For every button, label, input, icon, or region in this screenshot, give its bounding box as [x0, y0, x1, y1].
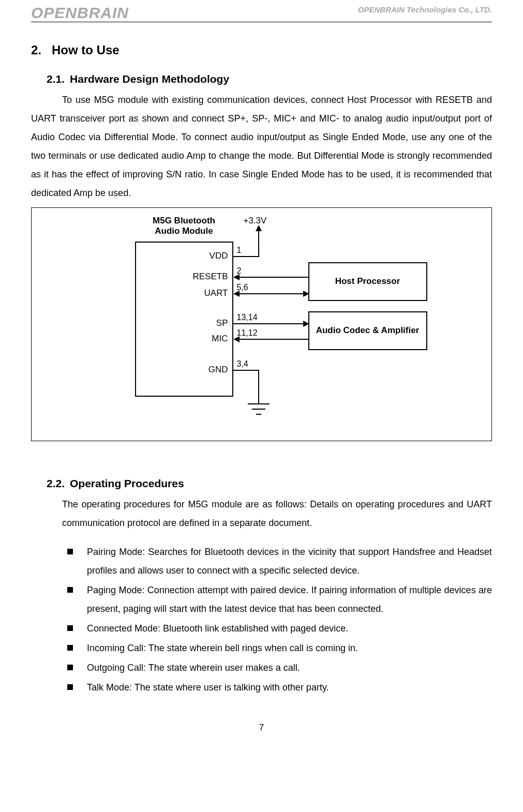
list-item: Outgoing Call: The state wherein user ma… [67, 658, 492, 677]
subsection-title: Hardware Design Methodology [70, 73, 229, 85]
module-title: M5G Bluetooth Audio Module [135, 216, 233, 236]
label-gnd: GND [182, 365, 228, 375]
list-item: Pairing Mode: Searches for Bluetooth dev… [67, 543, 492, 580]
host-processor-box: Host Processor [308, 262, 427, 301]
subsection-number: 2.1. [47, 73, 65, 85]
subsection-2-1-heading: 2.1.Hardware Design Methodology [47, 73, 492, 85]
pin-5-6: 5,6 [237, 283, 248, 292]
section-title: How to Use [52, 43, 119, 57]
pin-11-12: 11,12 [237, 328, 258, 338]
label-vdd: VDD [182, 251, 228, 261]
diagram-frame: M5G Bluetooth Audio Module VDD RESETB UA… [31, 207, 492, 441]
subsection-2-2-heading: 2.2.Operating Procedures [47, 477, 492, 490]
label-resetb: RESETB [182, 272, 228, 282]
page-header: OPENBRAIN OPENBRAIN Technologies Co., LT… [31, 5, 492, 22]
audio-codec-box: Audio Codec & Amplifier [308, 311, 427, 350]
subsection-number: 2.2. [47, 477, 65, 490]
page-number: 7 [31, 723, 492, 733]
section-number: 2. [31, 43, 41, 57]
module-title-line2: Audio Module [155, 226, 213, 236]
label-uart: UART [182, 288, 228, 298]
subsection-title: Operating Procedures [70, 477, 184, 489]
logo: OPENBRAIN [31, 5, 129, 21]
list-item: Paging Mode: Connection attempt with pai… [67, 581, 492, 618]
host-processor-label: Host Processor [335, 276, 400, 287]
subsection-2-2-intro: The operating procedures for M5G module … [62, 495, 492, 532]
label-sp: SP [182, 318, 228, 328]
list-item: Talk Mode: The state where user is talki… [67, 678, 492, 697]
company-name: OPENBRAIN Technologies Co., LTD. [358, 5, 492, 14]
pin-3-4: 3,4 [237, 359, 248, 369]
subsection-2-1-paragraph: To use M5G module with existing communic… [31, 91, 492, 202]
audio-codec-label: Audio Codec & Amplifier [316, 325, 420, 336]
label-3v3: +3.3V [244, 216, 267, 226]
pin-13-14: 13,14 [237, 313, 258, 322]
block-diagram: M5G Bluetooth Audio Module VDD RESETB UA… [50, 216, 474, 428]
procedures-list: Pairing Mode: Searches for Bluetooth dev… [67, 543, 492, 697]
arrow-up-icon [256, 225, 262, 231]
label-mic: MIC [182, 334, 228, 344]
pin-2: 2 [237, 266, 242, 276]
list-item: Connected Mode: Bluetooth link establish… [67, 619, 492, 638]
section-heading: 2.How to Use [31, 43, 492, 57]
ground-icon [248, 403, 270, 404]
arrow-right-icon [303, 321, 309, 327]
pin-1: 1 [237, 246, 242, 255]
module-title-line1: M5G Bluetooth [153, 216, 215, 225]
arrow-right-icon [303, 291, 309, 297]
list-item: Incoming Call: The state wherein bell ri… [67, 639, 492, 657]
